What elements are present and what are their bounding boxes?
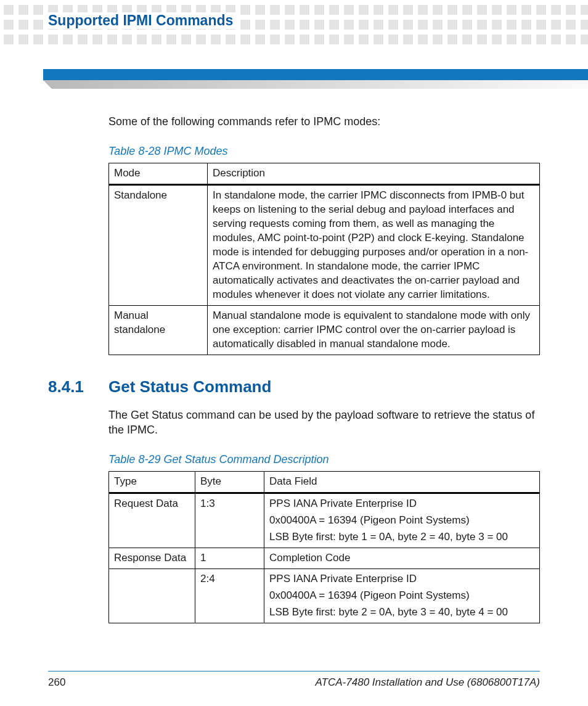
table-header: Data Field [264, 472, 540, 493]
cell-type: Response Data [109, 548, 195, 568]
intro-text: Some of the following commands refer to … [108, 114, 540, 129]
section-number: 8.4.1 [48, 377, 88, 396]
cell-line: PPS IANA Private Enterprise ID [269, 497, 534, 511]
page-header-title: Supported IPMI Commands [48, 12, 239, 29]
footer-rule [48, 671, 540, 671]
cell-data: Completion Code [264, 548, 540, 568]
cell-type: Request Data [109, 493, 195, 548]
table-2-caption: Table 8-29 Get Status Command Descriptio… [108, 453, 540, 466]
table-header: Description [208, 163, 540, 185]
ipmc-modes-table: Mode Description Standalone In standalon… [108, 163, 540, 355]
cell-line: LSB Byte first: byte 1 = 0A, byte 2 = 40… [269, 530, 534, 544]
table-header: Mode [109, 163, 208, 185]
header-blue-bar [43, 69, 588, 80]
cell-mode: Manual standalone [109, 305, 208, 355]
cell-desc: In standalone mode, the carrier IPMC dis… [208, 185, 540, 306]
cell-data: PPS IANA Private Enterprise ID 0x00400A … [264, 493, 540, 548]
page-footer: 260 ATCA-7480 Installation and Use (6806… [48, 676, 540, 689]
section-heading: 8.4.1 Get Status Command [48, 377, 540, 396]
cell-desc: Manual standalone mode is equivalent to … [208, 305, 540, 355]
table-1-caption: Table 8-28 IPMC Modes [108, 145, 540, 158]
cell-line: 0x00400A = 16394 (Pigeon Point Systems) [269, 514, 534, 528]
header-shadow-bar [43, 80, 588, 89]
cell-line: LSB Byte first: byte 2 = 0A, byte 3 = 40… [269, 605, 534, 620]
cell-byte: 1 [195, 548, 264, 568]
cell-mode: Standalone [109, 185, 208, 306]
cell-byte: 2:4 [195, 568, 264, 623]
table-header: Type [109, 472, 195, 493]
table-row: Manual standalone Manual standalone mode… [109, 305, 540, 355]
cell-byte: 1:3 [195, 493, 264, 548]
table-row: Request Data 1:3 PPS IANA Private Enterp… [109, 493, 540, 548]
doc-title-footer: ATCA-7480 Installation and Use (6806800T… [316, 676, 540, 689]
section-body: The Get Status command can be used by th… [108, 408, 540, 438]
table-row: Response Data 1 Completion Code [109, 548, 540, 568]
page-number: 260 [48, 676, 65, 689]
get-status-table: Type Byte Data Field Request Data 1:3 PP… [108, 471, 540, 623]
cell-line: PPS IANA Private Enterprise ID [269, 572, 534, 586]
cell-data: PPS IANA Private Enterprise ID 0x00400A … [264, 568, 540, 623]
table-row: 2:4 PPS IANA Private Enterprise ID 0x004… [109, 568, 540, 623]
section-title: Get Status Command [108, 377, 271, 396]
table-row: Standalone In standalone mode, the carri… [109, 185, 540, 306]
cell-line: 0x00400A = 16394 (Pigeon Point Systems) [269, 589, 534, 603]
table-header: Byte [195, 472, 264, 493]
cell-line: Completion Code [269, 551, 534, 565]
cell-type [109, 568, 195, 623]
